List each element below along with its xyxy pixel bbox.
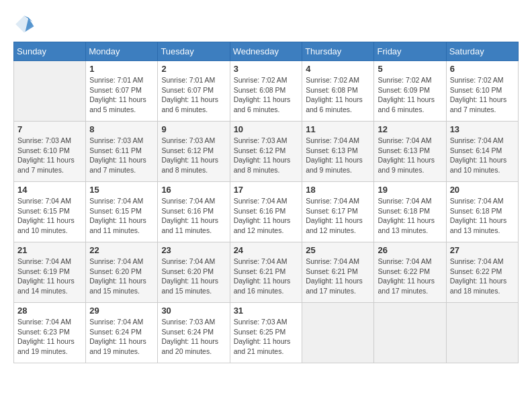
calendar-cell: 22Sunrise: 7:04 AM Sunset: 6:20 PM Dayli… [86, 242, 158, 303]
day-number: 24 [234, 245, 299, 255]
calendar-cell: 17Sunrise: 7:04 AM Sunset: 6:16 PM Dayli… [230, 182, 302, 242]
day-number: 15 [89, 185, 154, 195]
calendar-cell: 21Sunrise: 7:04 AM Sunset: 6:19 PM Dayli… [14, 242, 86, 303]
day-number: 7 [17, 124, 82, 134]
weekday-header-thursday: Thursday [302, 42, 374, 61]
calendar-cell: 30Sunrise: 7:03 AM Sunset: 6:24 PM Dayli… [158, 303, 230, 363]
day-info: Sunrise: 7:02 AM Sunset: 6:08 PM Dayligh… [306, 75, 370, 115]
weekday-header-saturday: Saturday [446, 42, 518, 61]
day-info: Sunrise: 7:04 AM Sunset: 6:15 PM Dayligh… [17, 196, 82, 236]
day-number: 18 [306, 185, 370, 195]
day-info: Sunrise: 7:04 AM Sunset: 6:15 PM Dayligh… [89, 196, 154, 236]
weekday-header-wednesday: Wednesday [230, 42, 302, 61]
calendar-cell: 27Sunrise: 7:04 AM Sunset: 6:22 PM Dayli… [446, 242, 518, 303]
page-header [13, 13, 519, 35]
day-info: Sunrise: 7:03 AM Sunset: 6:25 PM Dayligh… [234, 317, 299, 357]
calendar-cell: 7Sunrise: 7:03 AM Sunset: 6:10 PM Daylig… [14, 122, 86, 182]
day-number: 14 [17, 185, 82, 195]
day-info: Sunrise: 7:04 AM Sunset: 6:18 PM Dayligh… [378, 196, 442, 236]
calendar-cell: 10Sunrise: 7:03 AM Sunset: 6:12 PM Dayli… [230, 122, 302, 182]
day-info: Sunrise: 7:04 AM Sunset: 6:18 PM Dayligh… [450, 196, 515, 236]
day-info: Sunrise: 7:03 AM Sunset: 6:11 PM Dayligh… [89, 136, 154, 175]
day-number: 6 [450, 64, 515, 74]
day-info: Sunrise: 7:01 AM Sunset: 6:07 PM Dayligh… [89, 75, 154, 115]
logo-icon [13, 13, 35, 35]
day-info: Sunrise: 7:04 AM Sunset: 6:13 PM Dayligh… [306, 136, 370, 175]
calendar-week-2: 7Sunrise: 7:03 AM Sunset: 6:10 PM Daylig… [14, 122, 519, 182]
day-number: 1 [89, 64, 154, 74]
calendar-cell: 28Sunrise: 7:04 AM Sunset: 6:23 PM Dayli… [14, 303, 86, 363]
day-number: 29 [89, 306, 154, 316]
calendar-header: SundayMondayTuesdayWednesdayThursdayFrid… [14, 42, 519, 61]
day-info: Sunrise: 7:04 AM Sunset: 6:17 PM Dayligh… [306, 196, 370, 236]
calendar-cell [14, 61, 86, 122]
day-number: 31 [234, 306, 299, 316]
day-number: 13 [450, 124, 515, 134]
day-number: 25 [306, 245, 370, 255]
day-number: 30 [161, 306, 226, 316]
day-info: Sunrise: 7:04 AM Sunset: 6:24 PM Dayligh… [89, 317, 154, 357]
day-info: Sunrise: 7:03 AM Sunset: 6:24 PM Dayligh… [161, 317, 226, 357]
day-info: Sunrise: 7:03 AM Sunset: 6:12 PM Dayligh… [234, 136, 299, 175]
calendar-cell: 8Sunrise: 7:03 AM Sunset: 6:11 PM Daylig… [86, 122, 158, 182]
calendar-cell: 5Sunrise: 7:02 AM Sunset: 6:09 PM Daylig… [374, 61, 446, 122]
calendar-cell: 1Sunrise: 7:01 AM Sunset: 6:07 PM Daylig… [86, 61, 158, 122]
weekday-header-monday: Monday [86, 42, 158, 61]
calendar-cell: 4Sunrise: 7:02 AM Sunset: 6:08 PM Daylig… [302, 61, 374, 122]
day-info: Sunrise: 7:04 AM Sunset: 6:14 PM Dayligh… [450, 136, 515, 175]
day-number: 17 [234, 185, 299, 195]
day-info: Sunrise: 7:04 AM Sunset: 6:22 PM Dayligh… [378, 257, 442, 296]
calendar-cell: 23Sunrise: 7:04 AM Sunset: 6:20 PM Dayli… [158, 242, 230, 303]
day-info: Sunrise: 7:02 AM Sunset: 6:09 PM Dayligh… [378, 75, 442, 115]
day-number: 11 [306, 124, 370, 134]
day-info: Sunrise: 7:04 AM Sunset: 6:21 PM Dayligh… [234, 257, 299, 296]
calendar-cell [302, 303, 374, 363]
calendar-cell: 24Sunrise: 7:04 AM Sunset: 6:21 PM Dayli… [230, 242, 302, 303]
day-info: Sunrise: 7:04 AM Sunset: 6:16 PM Dayligh… [161, 196, 226, 236]
logo [13, 13, 38, 35]
day-number: 3 [234, 64, 299, 74]
calendar-cell: 29Sunrise: 7:04 AM Sunset: 6:24 PM Dayli… [86, 303, 158, 363]
calendar-week-5: 28Sunrise: 7:04 AM Sunset: 6:23 PM Dayli… [14, 303, 519, 363]
calendar-cell: 14Sunrise: 7:04 AM Sunset: 6:15 PM Dayli… [14, 182, 86, 242]
day-info: Sunrise: 7:01 AM Sunset: 6:07 PM Dayligh… [161, 75, 226, 115]
day-number: 19 [378, 185, 442, 195]
calendar-week-4: 21Sunrise: 7:04 AM Sunset: 6:19 PM Dayli… [14, 242, 519, 303]
day-number: 2 [161, 64, 226, 74]
weekday-header-tuesday: Tuesday [158, 42, 230, 61]
calendar-cell: 19Sunrise: 7:04 AM Sunset: 6:18 PM Dayli… [374, 182, 446, 242]
calendar-cell: 25Sunrise: 7:04 AM Sunset: 6:21 PM Dayli… [302, 242, 374, 303]
day-number: 28 [17, 306, 82, 316]
day-info: Sunrise: 7:03 AM Sunset: 6:10 PM Dayligh… [17, 136, 82, 175]
calendar-cell: 20Sunrise: 7:04 AM Sunset: 6:18 PM Dayli… [446, 182, 518, 242]
calendar-cell [446, 303, 518, 363]
calendar-cell: 9Sunrise: 7:03 AM Sunset: 6:12 PM Daylig… [158, 122, 230, 182]
calendar-cell [374, 303, 446, 363]
day-info: Sunrise: 7:02 AM Sunset: 6:08 PM Dayligh… [234, 75, 299, 115]
day-info: Sunrise: 7:04 AM Sunset: 6:20 PM Dayligh… [89, 257, 154, 296]
day-info: Sunrise: 7:03 AM Sunset: 6:12 PM Dayligh… [161, 136, 226, 175]
day-info: Sunrise: 7:04 AM Sunset: 6:21 PM Dayligh… [306, 257, 370, 296]
calendar-cell: 18Sunrise: 7:04 AM Sunset: 6:17 PM Dayli… [302, 182, 374, 242]
weekday-header-friday: Friday [374, 42, 446, 61]
day-number: 27 [450, 245, 515, 255]
calendar-cell: 15Sunrise: 7:04 AM Sunset: 6:15 PM Dayli… [86, 182, 158, 242]
day-number: 5 [378, 64, 442, 74]
calendar-cell: 6Sunrise: 7:02 AM Sunset: 6:10 PM Daylig… [446, 61, 518, 122]
day-number: 22 [89, 245, 154, 255]
day-info: Sunrise: 7:04 AM Sunset: 6:22 PM Dayligh… [450, 257, 515, 296]
calendar-cell: 16Sunrise: 7:04 AM Sunset: 6:16 PM Dayli… [158, 182, 230, 242]
calendar-body: 1Sunrise: 7:01 AM Sunset: 6:07 PM Daylig… [14, 61, 519, 363]
day-info: Sunrise: 7:04 AM Sunset: 6:16 PM Dayligh… [234, 196, 299, 236]
calendar-cell: 3Sunrise: 7:02 AM Sunset: 6:08 PM Daylig… [230, 61, 302, 122]
day-number: 26 [378, 245, 442, 255]
day-number: 10 [234, 124, 299, 134]
calendar-cell: 13Sunrise: 7:04 AM Sunset: 6:14 PM Dayli… [446, 122, 518, 182]
calendar-cell: 11Sunrise: 7:04 AM Sunset: 6:13 PM Dayli… [302, 122, 374, 182]
day-info: Sunrise: 7:02 AM Sunset: 6:10 PM Dayligh… [450, 75, 515, 115]
day-number: 4 [306, 64, 370, 74]
calendar-week-1: 1Sunrise: 7:01 AM Sunset: 6:07 PM Daylig… [14, 61, 519, 122]
calendar-table: SundayMondayTuesdayWednesdayThursdayFrid… [13, 42, 519, 363]
day-number: 23 [161, 245, 226, 255]
calendar-cell: 26Sunrise: 7:04 AM Sunset: 6:22 PM Dayli… [374, 242, 446, 303]
